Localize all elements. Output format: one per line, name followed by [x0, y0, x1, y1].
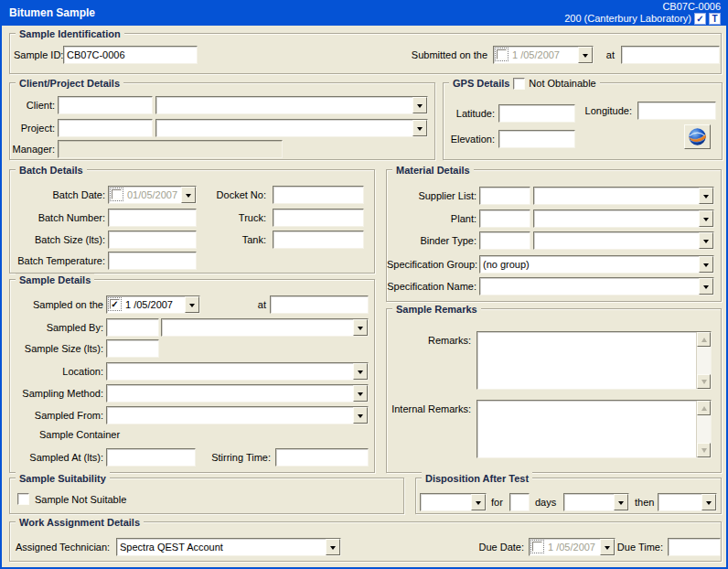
binder-type-combo[interactable]: [533, 231, 714, 250]
disposition-days-input[interactable]: [509, 493, 530, 511]
supplier-code-input[interactable]: [479, 187, 530, 205]
sampled-from-dropdown-button[interactable]: [353, 407, 368, 424]
supplier-combo-dropdown-button[interactable]: [699, 188, 713, 204]
material-legend: Material Details: [392, 164, 474, 177]
sampled-at-lts-input[interactable]: [106, 448, 196, 467]
remarks-text-area[interactable]: [477, 332, 696, 389]
binder-type-combo-dropdown-button[interactable]: [699, 232, 713, 249]
sampled-on-checkbox[interactable]: ✓: [108, 297, 122, 311]
titlebar-info: CB07C-0006 200 (Canterbury Laboratory) ✓…: [564, 1, 721, 25]
sampling-method-dropdown-button[interactable]: [353, 385, 368, 402]
disposition-days-label: days: [535, 493, 561, 511]
sampled-by-combo[interactable]: [161, 318, 369, 337]
disposition-period-dropdown-button[interactable]: [614, 494, 628, 510]
sampling-method-combo-value: [107, 385, 353, 402]
due-date-checkbox[interactable]: [530, 540, 544, 553]
internal-remarks-scrollbar[interactable]: [696, 401, 711, 457]
specification-group-dropdown-button[interactable]: [699, 256, 713, 273]
truck-input[interactable]: [273, 209, 364, 227]
titlebar-template-button[interactable]: T: [709, 13, 721, 25]
batch-number-input[interactable]: [108, 209, 197, 227]
longitude-input[interactable]: [637, 102, 716, 120]
sampled-by-dropdown-button[interactable]: [353, 319, 368, 336]
due-time-input[interactable]: [668, 538, 721, 556]
disposition-period-combo[interactable]: [563, 493, 629, 511]
gps-capture-button[interactable]: [684, 124, 711, 149]
disposition-action-dropdown-button[interactable]: [471, 494, 486, 510]
specification-name-dropdown-button[interactable]: [699, 278, 713, 295]
project-combo-dropdown-button[interactable]: [412, 120, 427, 136]
specification-name-combo[interactable]: [479, 277, 714, 295]
internal-remarks-scroll-down-button[interactable]: [697, 443, 711, 457]
docket-no-label: Docket No:: [191, 186, 266, 204]
client-code-input[interactable]: [58, 96, 153, 114]
disposition-then-dropdown-button[interactable]: [701, 494, 716, 510]
checkbox-box: [112, 189, 122, 199]
dropdown-arrow-icon: [703, 195, 709, 201]
latitude-input[interactable]: [498, 104, 575, 123]
sampled-on-dropdown-button[interactable]: [185, 296, 199, 313]
batch-date-checkbox[interactable]: [110, 188, 123, 201]
supplier-combo-value: [534, 188, 699, 204]
plant-code-input[interactable]: [479, 209, 530, 228]
sampled-at-lts-label: Sampled At (lts):: [12, 448, 103, 467]
batch-temperature-input[interactable]: [108, 252, 197, 270]
specification-name-label: Specification Name:: [387, 277, 476, 295]
location-combo[interactable]: [106, 362, 369, 381]
due-date-picker[interactable]: 1 /05/2007: [529, 538, 616, 556]
dropdown-arrow-icon: [417, 104, 423, 111]
tank-input[interactable]: [273, 231, 364, 249]
sample-size-input[interactable]: [106, 339, 159, 358]
submitted-at-input[interactable]: [621, 46, 720, 64]
not-obtainable-checkbox[interactable]: [513, 78, 525, 90]
remarks-textarea[interactable]: [476, 331, 712, 390]
batch-size-input[interactable]: [108, 231, 197, 249]
scroll-down-icon: [701, 380, 707, 387]
submitted-date-picker[interactable]: 1 /05/2007: [493, 46, 594, 64]
project-code-input[interactable]: [58, 119, 153, 137]
client-combo-dropdown-button[interactable]: [412, 97, 427, 113]
docket-no-input[interactable]: [273, 186, 364, 204]
plant-combo[interactable]: [533, 209, 714, 228]
due-date-dropdown-button[interactable]: [600, 539, 615, 555]
submitted-date-dropdown-button[interactable]: [578, 47, 593, 63]
binder-code-input[interactable]: [479, 231, 530, 250]
sample-code: CB07C-0006: [564, 1, 721, 13]
dropdown-arrow-icon: [703, 285, 709, 292]
project-combo[interactable]: [155, 119, 428, 137]
dropdown-arrow-icon: [358, 370, 363, 377]
location-dropdown-button[interactable]: [353, 363, 368, 380]
remarks-scroll-down-button[interactable]: [697, 374, 711, 389]
stirring-time-input[interactable]: [275, 448, 369, 467]
internal-remarks-text-area[interactable]: [477, 401, 696, 457]
sample-not-suitable-checkbox[interactable]: [17, 493, 29, 505]
elevation-input[interactable]: [498, 130, 575, 148]
batch-date-picker[interactable]: 01/05/2007: [108, 186, 197, 204]
client-combo[interactable]: [155, 96, 428, 114]
sampled-by-code-input[interactable]: [106, 318, 159, 337]
titlebar-check-button[interactable]: ✓: [694, 13, 706, 25]
sampled-from-combo[interactable]: [106, 406, 369, 424]
client-combo-value: [156, 97, 412, 113]
internal-remarks-label: Internal Remarks:: [387, 400, 471, 418]
sampled-at-time-input[interactable]: [270, 295, 369, 314]
submitted-date-checkbox[interactable]: [495, 48, 509, 61]
assigned-technician-combo[interactable]: Spectra QEST Account: [116, 538, 341, 556]
sample-id-input[interactable]: [63, 46, 198, 64]
sampling-method-combo[interactable]: [106, 384, 369, 403]
titlebar: Bitumen Sample CB07C-0006 200 (Canterbur…: [0, 0, 728, 26]
not-obtainable-label: Not Obtainable: [529, 78, 595, 89]
internal-remarks-textarea[interactable]: [476, 400, 712, 458]
remarks-scrollbar[interactable]: [696, 332, 711, 389]
dropdown-arrow-icon: [583, 54, 588, 60]
remarks-scroll-up-button[interactable]: [697, 332, 711, 347]
disposition-then-combo[interactable]: [658, 493, 717, 511]
sample-container-label: Sample Container: [39, 425, 158, 444]
disposition-action-combo[interactable]: [420, 493, 487, 511]
plant-combo-dropdown-button[interactable]: [699, 210, 713, 227]
specification-group-combo[interactable]: (no group): [479, 255, 714, 274]
assigned-technician-dropdown-button[interactable]: [326, 539, 340, 555]
supplier-combo[interactable]: [533, 187, 714, 205]
sampled-on-date-picker[interactable]: ✓ 1 /05/2007: [106, 295, 200, 314]
internal-remarks-scroll-up-button[interactable]: [697, 401, 711, 415]
